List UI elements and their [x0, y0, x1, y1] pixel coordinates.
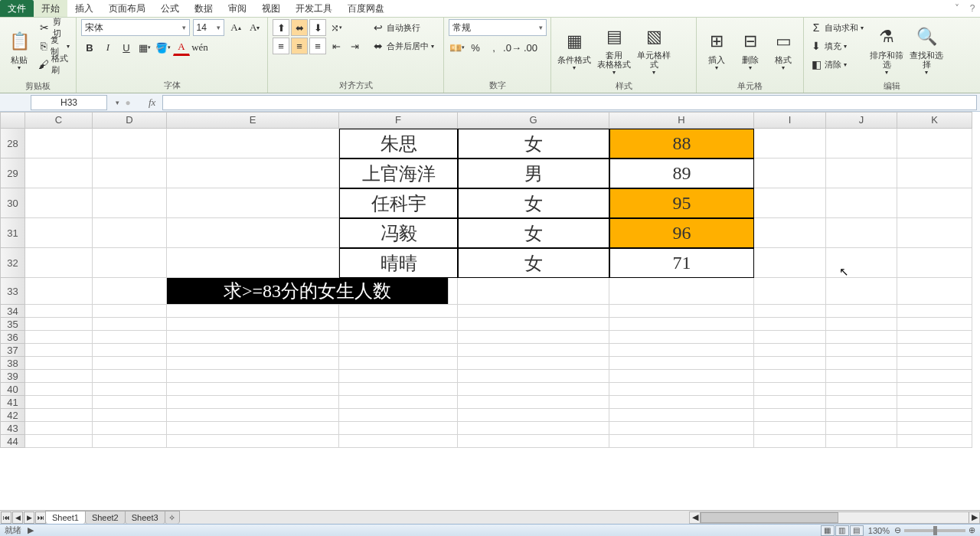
view-normal-icon[interactable]: ▦: [821, 525, 835, 536]
align-middle-icon[interactable]: ⬌: [291, 19, 308, 36]
percent-icon[interactable]: %: [467, 39, 484, 56]
cell-C36[interactable]: [25, 331, 93, 344]
cell-E40[interactable]: [167, 383, 339, 396]
tab-insert[interactable]: 插入: [67, 0, 101, 17]
cell-J37[interactable]: [826, 344, 897, 357]
cell-I39[interactable]: [754, 370, 826, 383]
cell-I40[interactable]: [754, 383, 826, 396]
cell-D42[interactable]: [93, 409, 167, 422]
col-head-I[interactable]: I: [754, 112, 826, 129]
cell-G32[interactable]: 女: [458, 248, 609, 278]
cell-G44[interactable]: [458, 435, 609, 448]
cell-C42[interactable]: [25, 409, 93, 422]
cell-I28[interactable]: [754, 129, 826, 159]
tab-baidu[interactable]: 百度网盘: [340, 0, 392, 17]
fx-icon[interactable]: fx: [149, 96, 159, 109]
cell-E32[interactable]: [167, 248, 339, 278]
cell-C28[interactable]: [25, 129, 93, 159]
cell-K44[interactable]: [897, 435, 972, 448]
zoom-out-button[interactable]: ⊖: [894, 525, 901, 535]
cell-J43[interactable]: [826, 422, 897, 435]
cell-D43[interactable]: [93, 422, 167, 435]
align-center-icon[interactable]: ≡: [291, 38, 308, 54]
row-head-29[interactable]: 29: [0, 159, 25, 188]
sheet-tab-2[interactable]: Sheet2: [85, 511, 126, 524]
tab-layout[interactable]: 页面布局: [101, 0, 153, 17]
row-head-40[interactable]: 40: [0, 383, 25, 396]
col-head-H[interactable]: H: [609, 112, 754, 129]
cell-K39[interactable]: [897, 370, 972, 383]
cell-F43[interactable]: [339, 422, 458, 435]
row-head-44[interactable]: 44: [0, 435, 25, 448]
cell-D30[interactable]: [93, 188, 167, 218]
tab-nav-next[interactable]: ▶: [24, 511, 34, 524]
cell-D37[interactable]: [93, 344, 167, 357]
cell-C41[interactable]: [25, 396, 93, 409]
align-bottom-icon[interactable]: ⬇: [309, 19, 326, 36]
cell-G34[interactable]: [458, 305, 609, 318]
merge-button[interactable]: ⬌合并后居中▾: [371, 38, 436, 54]
row-head-39[interactable]: 39: [0, 370, 25, 383]
cell-C30[interactable]: [25, 188, 93, 218]
row-head-35[interactable]: 35: [0, 318, 25, 331]
cell-F39[interactable]: [339, 370, 458, 383]
shrink-font-icon[interactable]: A▾: [247, 19, 263, 36]
cell-D35[interactable]: [93, 318, 167, 331]
macro-icon[interactable]: ▶: [28, 525, 34, 535]
cell-G37[interactable]: [458, 344, 609, 357]
cell-K43[interactable]: [897, 422, 972, 435]
cell-I35[interactable]: [754, 318, 826, 331]
cell-H28[interactable]: 88: [609, 129, 754, 159]
inc-decimal-icon[interactable]: .0→: [504, 39, 521, 56]
cell-I44[interactable]: [754, 435, 826, 448]
cell-F41[interactable]: [339, 396, 458, 409]
cell-J38[interactable]: [826, 357, 897, 370]
comma-icon[interactable]: ,: [485, 39, 502, 56]
fill-button[interactable]: ⬇填充▾: [808, 38, 865, 54]
col-head-C[interactable]: C: [25, 112, 93, 129]
align-top-icon[interactable]: ⬆: [273, 19, 289, 36]
cell-K33[interactable]: [897, 278, 972, 305]
cell-J29[interactable]: [826, 159, 897, 188]
cell-F28[interactable]: 朱思: [339, 129, 458, 159]
cell-G40[interactable]: [458, 383, 609, 396]
cell-K36[interactable]: [897, 331, 972, 344]
phonetic-button[interactable]: wén: [191, 39, 208, 56]
cell-E42[interactable]: [167, 409, 339, 422]
clear-button[interactable]: ◧清除▾: [808, 56, 865, 73]
row-head-31[interactable]: 31: [0, 218, 25, 248]
tab-review[interactable]: 审阅: [220, 0, 254, 17]
cell-D29[interactable]: [93, 159, 167, 188]
cell-H41[interactable]: [609, 396, 754, 409]
cell-K42[interactable]: [897, 409, 972, 422]
col-head-F[interactable]: F: [339, 112, 458, 129]
cell-G38[interactable]: [458, 357, 609, 370]
file-tab[interactable]: 文件: [0, 0, 34, 17]
cell-F37[interactable]: [339, 344, 458, 357]
cell-F38[interactable]: [339, 357, 458, 370]
cell-K28[interactable]: [897, 129, 972, 159]
row-head-32[interactable]: 32: [0, 248, 25, 278]
zoom-slider[interactable]: [904, 529, 965, 532]
cell-E35[interactable]: [167, 318, 339, 331]
cell-J39[interactable]: [826, 370, 897, 383]
cell-I30[interactable]: [754, 188, 826, 218]
indent-inc-icon[interactable]: ⇥: [346, 38, 363, 54]
insert-cells-button[interactable]: ⊞插入▾: [701, 19, 732, 80]
fill-color-button[interactable]: 🪣▾: [155, 39, 172, 56]
font-color-button[interactable]: A: [173, 39, 190, 56]
view-pagebreak-icon[interactable]: ▤: [850, 525, 864, 536]
cell-G29[interactable]: 男: [458, 159, 609, 188]
cut-button[interactable]: ✂剪切: [37, 19, 71, 36]
cell-J41[interactable]: [826, 396, 897, 409]
cell-J32[interactable]: [826, 248, 897, 278]
cell-C44[interactable]: [25, 435, 93, 448]
cell-I37[interactable]: [754, 344, 826, 357]
cell-J35[interactable]: [826, 318, 897, 331]
wrap-text-button[interactable]: ↩自动换行: [371, 19, 436, 36]
cell-style-button[interactable]: ▧单元格样式▾: [635, 19, 672, 80]
tab-data[interactable]: 数据: [187, 0, 220, 17]
col-head-K[interactable]: K: [897, 112, 972, 129]
cell-H38[interactable]: [609, 357, 754, 370]
col-head-J[interactable]: J: [826, 112, 897, 129]
